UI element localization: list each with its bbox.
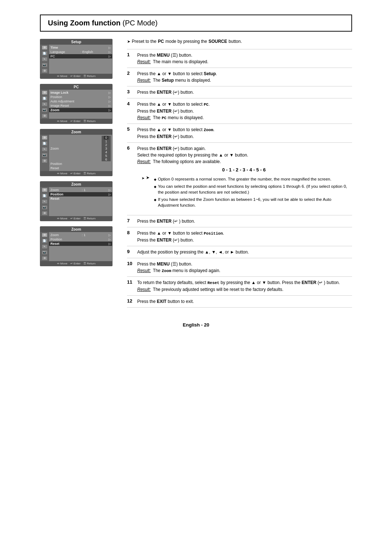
preset-instruction: Preset to the PC mode by pressing the SO…	[127, 39, 352, 44]
step-11-num: 11	[127, 277, 136, 296]
zoom-num-0: 0	[104, 136, 109, 139]
menu-image-lock-arrow: ▷	[109, 91, 111, 94]
menu-position: Position ▷	[49, 95, 112, 99]
menu-auto-adj-arrow: ▷	[109, 100, 111, 103]
screen-pc-footer: ⇔ Move ↵ Enter ☰ Return	[40, 119, 112, 123]
zr-zoom-value: : 1	[82, 233, 86, 237]
icon-1: ⚙	[42, 46, 47, 49]
zoom-icon-3: 🔘	[42, 147, 47, 151]
result-label: Result:	[137, 58, 151, 65]
menu-image-reset-label: Image Reset	[50, 104, 69, 108]
zoom-num-1: 1	[104, 139, 109, 143]
menu-zoom-label: Zoom	[50, 108, 60, 112]
step-4-result: Result: The PC menu is displayed.	[137, 114, 351, 121]
zoom-position-label: Position	[50, 162, 62, 166]
result-label-10: Result:	[137, 267, 151, 274]
screen-zoom-reset: Zoom ⚙ 📄 🔘 📷 ⚙ Zoom : 1 ▷	[40, 226, 113, 266]
screen-zoom-pos-title: Zoom	[40, 182, 112, 187]
menu-image-reset-arrow: ▷	[109, 104, 111, 108]
step-2-num: 2	[127, 68, 136, 86]
zp-position-arrow: ▷	[109, 193, 111, 196]
screen-icons: ⚙ 📄 🔘 📷 ⚙	[40, 45, 49, 74]
zr-position-label: Position	[50, 238, 62, 241]
footer-text: English - 20	[183, 322, 209, 328]
menu-auto-adj-label: Auto Adjustment	[50, 100, 74, 103]
note-1: ➤ Option 0 represents a normal screen. T…	[142, 175, 351, 211]
step-2-result: Result: The Setup menu is displayed.	[137, 77, 351, 84]
zoom-num-6: 6	[104, 158, 109, 161]
zp-reset-label: Reset	[50, 197, 60, 200]
zoom-icon-2: 📄	[42, 142, 47, 145]
footer-return-3: ☰ Return	[83, 172, 95, 175]
zr-icon-5: ⚙	[42, 256, 47, 260]
menu-position-arrow: ▷	[109, 96, 111, 99]
step-5: 5 Press the ▲ or ▼ button to select Zoom…	[127, 124, 352, 143]
zr-reset-arrow: ▷	[109, 242, 111, 246]
step-11-content: To return the factory defaults, select R…	[136, 277, 352, 296]
screen-zoom-reset-menu: Zoom : 1 ▷ Position ▷ Reset ▷	[49, 232, 112, 261]
step-12: 12 Press the EXIT button to exit.	[127, 295, 352, 307]
zoom-num-5: 5	[104, 154, 109, 158]
zr-position-arrow: ▷	[109, 238, 111, 241]
step-1-content: Press the MENU (☰) button. Result: The m…	[136, 49, 352, 68]
result-label-11: Result:	[137, 286, 151, 293]
step-10-result-text: The Zoom menu is displayed again.	[153, 267, 220, 274]
content-area: Setup ⚙ 📄 🔘 📷 ⚙ Time ▷	[40, 39, 352, 308]
step-10-num: 10	[127, 258, 136, 277]
menu-pc: PC ▷	[49, 54, 112, 58]
footer-return: ☰ Return	[83, 74, 95, 78]
screen-pc-icons: ⚙ 📄 🔘 📷 ⚙	[40, 90, 49, 119]
screen-zoom-pos-icons: ⚙ 📄 🔘 📷 ⚙	[40, 187, 49, 216]
zr-zoom-label: Zoom	[50, 233, 59, 237]
zp-zoom-row: Zoom : 1 ▷	[49, 188, 112, 192]
step-2: 2 Press the ▲ or ▼ button to select Setu…	[127, 68, 352, 86]
step-9-content: Adjust the position by pressing the ▲, ▼…	[136, 246, 352, 258]
steps-table: 1 Press the MENU (☰) button. Result: The…	[127, 49, 352, 308]
footer-return-4: ☰ Return	[83, 217, 95, 220]
screen-pc-menu: Image Lock ▷ Position ▷ Auto Adjustment …	[49, 90, 112, 119]
menu-time-arrow: ▷	[109, 46, 111, 49]
screen-zoom-pos-body: ⚙ 📄 🔘 📷 ⚙ Zoom : 1 ▷ Position	[40, 187, 112, 216]
step-3: 3 Press the ENTER (↵) button.	[127, 86, 352, 98]
footer-enter-2: ↵ Enter	[70, 119, 81, 123]
screen-pc-body: ⚙ 📄 🔘 📷 ⚙ Image Lock ▷ Position	[40, 90, 112, 119]
pc-icon-3: 🔘	[42, 102, 47, 106]
page-footer: English - 20	[40, 322, 352, 328]
step-11-result: Result: The previously adjusted settings…	[137, 286, 351, 293]
screen-setup-menu: Time ▷ Language : English ▷ PC ▷	[49, 45, 112, 74]
title-bold: Using Zoom function	[48, 19, 121, 27]
step-9-num: 9	[127, 246, 136, 258]
screen-zoom-title: Zoom	[40, 129, 112, 135]
left-column: Setup ⚙ 📄 🔘 📷 ⚙ Time ▷	[40, 39, 120, 308]
footer-enter-3: ↵ Enter	[70, 172, 81, 175]
step-8-num: 8	[127, 227, 136, 246]
step-8-content: Press the ▲ or ▼ button to select Positi…	[136, 227, 352, 246]
footer-move-2: ⇔ Move	[57, 119, 68, 123]
zr-icon-3: 🔘	[42, 245, 47, 248]
footer-return-5: ☰ Return	[83, 262, 95, 265]
zr-icon-2: 📄	[42, 239, 47, 243]
screen-zoom-reset-icons: ⚙ 📄 🔘 📷 ⚙	[40, 232, 49, 261]
screen-pc: PC ⚙ 📄 🔘 📷 ⚙ Image Lock ▷	[40, 84, 113, 124]
step-10-result: Result: The Zoom menu is displayed again…	[137, 267, 351, 274]
zp-icon-5: ⚙	[42, 211, 47, 215]
menu-pc-label: PC	[50, 54, 55, 58]
zp-zoom-arrow: ▷	[109, 189, 111, 192]
step-6-result-text: The following options are available.	[153, 158, 221, 165]
screen-setup: Setup ⚙ 📄 🔘 📷 ⚙ Time ▷	[40, 39, 113, 79]
zp-position-label: Position	[50, 192, 64, 196]
footer-enter-5: ↵ Enter	[70, 262, 81, 265]
step-5-content: Press the ▲ or ▼ button to select Zoom. …	[136, 124, 352, 143]
pc-icon-2: 📄	[42, 97, 47, 100]
zp-icon-1: ⚙	[42, 188, 47, 192]
page-title: Using Zoom function (PC Mode)	[40, 15, 352, 32]
menu-image-lock: Image Lock ▷	[49, 90, 112, 95]
footer-enter: ↵ Enter	[70, 74, 81, 78]
step-1-result-text: The main menu is displayed.	[153, 58, 208, 65]
step-7-num: 7	[127, 215, 136, 227]
zp-zoom-value: : 1	[82, 188, 86, 192]
step-10-content: Press the MENU (☰) button. Result: The Z…	[136, 258, 352, 277]
icon-3: 🔘	[42, 57, 47, 61]
step-1-num: 1	[127, 49, 136, 68]
note-1-bullet: ➤	[146, 175, 150, 181]
